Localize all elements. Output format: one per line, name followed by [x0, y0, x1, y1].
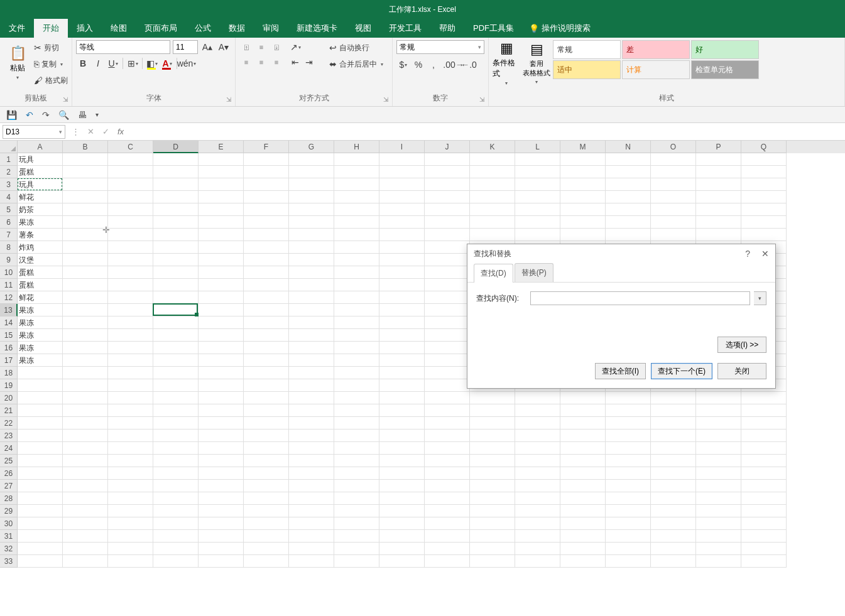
cell-A30[interactable] [18, 517, 63, 530]
cell-G15[interactable] [289, 329, 334, 342]
cell-E26[interactable] [199, 467, 244, 480]
cell-B8[interactable] [63, 241, 108, 254]
cell-B22[interactable] [63, 417, 108, 430]
cell-I29[interactable] [379, 505, 425, 517]
cell-E2[interactable] [199, 166, 244, 178]
cell-H29[interactable] [334, 505, 379, 517]
cell-H18[interactable] [334, 367, 379, 379]
style-check[interactable]: 检查单元格 [691, 60, 759, 79]
conditional-formatting-button[interactable]: ▦ 条件格式 ▾ [493, 40, 520, 85]
cell-N6[interactable] [606, 216, 651, 229]
cell-P20[interactable] [696, 392, 741, 404]
cell-F5[interactable] [244, 203, 289, 216]
cell-D14[interactable] [153, 316, 199, 329]
cell-F25[interactable] [244, 455, 289, 467]
cell-H2[interactable] [334, 166, 379, 178]
cell-M23[interactable] [560, 430, 606, 442]
number-format-select[interactable]: 常规 [396, 40, 484, 54]
cell-C20[interactable] [108, 392, 153, 404]
cell-P32[interactable] [696, 543, 741, 555]
cell-F1[interactable] [244, 153, 289, 166]
cell-L20[interactable] [515, 392, 560, 404]
cell-F33[interactable] [244, 555, 289, 568]
cell-K1[interactable] [470, 153, 515, 166]
cell-B7[interactable] [63, 229, 108, 241]
cell-H1[interactable] [334, 153, 379, 166]
cell-B12[interactable] [63, 291, 108, 304]
cell-N26[interactable] [606, 467, 651, 480]
cell-G11[interactable] [289, 279, 334, 291]
cell-L23[interactable] [515, 430, 560, 442]
cell-O2[interactable] [651, 166, 696, 178]
cell-A31[interactable] [18, 530, 63, 543]
cell-A6[interactable]: 果冻 [18, 216, 63, 229]
cell-L32[interactable] [515, 543, 560, 555]
row-header-25[interactable]: 25 [0, 455, 18, 467]
cancel-icon[interactable]: ✕ [83, 127, 98, 136]
row-header-23[interactable]: 23 [0, 430, 18, 442]
cell-M26[interactable] [560, 467, 606, 480]
cell-G25[interactable] [289, 455, 334, 467]
cell-D5[interactable] [153, 203, 199, 216]
menu-tab-0[interactable]: 文件 [0, 19, 34, 38]
row-header-29[interactable]: 29 [0, 505, 18, 517]
cell-D11[interactable] [153, 279, 199, 291]
row-header-20[interactable]: 20 [0, 392, 18, 404]
col-header-G[interactable]: G [289, 141, 334, 153]
align-center-icon[interactable]: ≡ [254, 55, 268, 69]
cell-G21[interactable] [289, 404, 334, 417]
cell-C4[interactable] [108, 191, 153, 203]
tab-replace[interactable]: 替换(P) [515, 263, 553, 282]
cell-G19[interactable] [289, 379, 334, 392]
close-icon[interactable]: ✕ [761, 249, 769, 259]
cell-E5[interactable] [199, 203, 244, 216]
merge-center-button[interactable]: ⬌合并后居中▾ [329, 57, 383, 72]
cell-L2[interactable] [515, 166, 560, 178]
row-header-3[interactable]: 3 [0, 178, 18, 191]
cell-F15[interactable] [244, 329, 289, 342]
cell-P33[interactable] [696, 555, 741, 568]
cell-I12[interactable] [379, 291, 425, 304]
row-header-26[interactable]: 26 [0, 467, 18, 480]
cell-H9[interactable] [334, 254, 379, 266]
cell-O23[interactable] [651, 430, 696, 442]
cell-P2[interactable] [696, 166, 741, 178]
font-name-select[interactable] [76, 40, 170, 54]
cell-B26[interactable] [63, 467, 108, 480]
cell-A10[interactable]: 蛋糕 [18, 266, 63, 279]
cell-C11[interactable] [108, 279, 153, 291]
cell-M25[interactable] [560, 455, 606, 467]
cell-K27[interactable] [470, 480, 515, 492]
cell-A23[interactable] [18, 430, 63, 442]
cell-B2[interactable] [63, 166, 108, 178]
cell-D19[interactable] [153, 379, 199, 392]
cell-I27[interactable] [379, 480, 425, 492]
cell-A20[interactable] [18, 392, 63, 404]
cell-M7[interactable] [560, 229, 606, 241]
cell-F19[interactable] [244, 379, 289, 392]
cell-D23[interactable] [153, 430, 199, 442]
cell-C19[interactable] [108, 379, 153, 392]
cell-J13[interactable] [425, 304, 470, 316]
row-header-5[interactable]: 5 [0, 203, 18, 216]
cell-O1[interactable] [651, 153, 696, 166]
cell-A7[interactable]: 薯条 [18, 229, 63, 241]
cell-K28[interactable] [470, 492, 515, 505]
cell-H15[interactable] [334, 329, 379, 342]
cell-O32[interactable] [651, 543, 696, 555]
cell-G27[interactable] [289, 480, 334, 492]
cell-J33[interactable] [425, 555, 470, 568]
cell-I20[interactable] [379, 392, 425, 404]
cell-L1[interactable] [515, 153, 560, 166]
cell-O5[interactable] [651, 203, 696, 216]
row-header-28[interactable]: 28 [0, 492, 18, 505]
cell-B24[interactable] [63, 442, 108, 455]
cell-I9[interactable] [379, 254, 425, 266]
dialog-titlebar[interactable]: 查找和替换 ? ✕ [467, 244, 775, 263]
cell-O28[interactable] [651, 492, 696, 505]
cell-J20[interactable] [425, 392, 470, 404]
cell-O3[interactable] [651, 178, 696, 191]
cell-G20[interactable] [289, 392, 334, 404]
col-header-K[interactable]: K [470, 141, 515, 153]
menu-tab-5[interactable]: 公式 [186, 19, 220, 38]
